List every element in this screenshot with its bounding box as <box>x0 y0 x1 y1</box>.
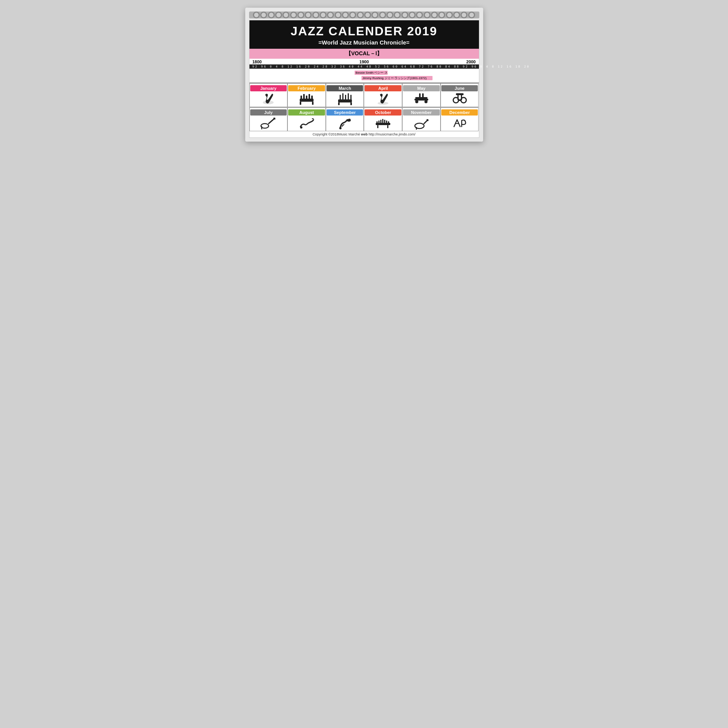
month-cell-october: October <box>364 107 402 131</box>
category-label: 【VOCAL－Ⅰ】 <box>249 49 479 59</box>
svg-rect-29 <box>456 93 464 95</box>
month-icon-october <box>365 116 401 130</box>
month-icon-july <box>250 116 287 130</box>
month-label-november: November <box>403 109 440 116</box>
header-section: JAZZ CALENDER 2019 =World Jazz Musician … <box>249 20 479 49</box>
month-cell-december: December <box>441 107 479 131</box>
spiral-ring <box>386 12 393 18</box>
svg-rect-3 <box>312 102 314 105</box>
svg-rect-26 <box>459 99 461 101</box>
spiral-ring <box>342 12 349 18</box>
month-label-may: May <box>403 85 440 91</box>
svg-point-23 <box>424 100 428 103</box>
footer: Copyright ©2018Music Marché web http://m… <box>249 131 479 137</box>
month-cell-august: August <box>287 107 326 131</box>
month-label-july: July <box>250 109 287 116</box>
month-cell-february: February <box>287 83 326 107</box>
month-icon-december <box>441 116 478 130</box>
calendar-title: JAZZ CALENDER 2019 <box>251 24 477 38</box>
spiral-ring <box>268 12 275 18</box>
musician-bar: Jimmy Rushing ジミー·ラッシング(1901-1972) <box>362 76 433 80</box>
svg-rect-11 <box>350 102 352 105</box>
footer-copyright: Copyright ©2018Music Marché <box>312 132 361 136</box>
svg-rect-7 <box>309 94 310 99</box>
spiral-ring <box>320 12 327 18</box>
month-icon-january <box>250 91 287 106</box>
month-cell-january: January <box>249 83 288 107</box>
svg-rect-42 <box>387 125 388 128</box>
year-labels-row: 1800 1900 2000 1800 <box>249 59 479 64</box>
svg-rect-14 <box>345 95 346 100</box>
month-icon-march <box>327 91 363 106</box>
svg-rect-40 <box>388 121 389 124</box>
month-icon-september <box>327 116 363 130</box>
svg-rect-15 <box>348 93 349 100</box>
musician-row: Jimmy Rushing ジミー·ラッシング(1901-1972) <box>249 76 479 81</box>
spiral-ring <box>371 12 378 18</box>
month-cell-november: November <box>402 107 441 131</box>
spiral-ring <box>297 12 304 18</box>
spiral-ring <box>312 12 319 18</box>
spiral-ring <box>453 12 460 18</box>
spiral-ring <box>364 12 371 18</box>
svg-rect-34 <box>376 121 378 124</box>
svg-point-31 <box>300 126 302 129</box>
spiral-ring <box>290 12 297 18</box>
spiral-ring <box>260 12 267 18</box>
spiral-ring <box>335 12 342 18</box>
month-label-october: October <box>365 109 401 116</box>
calendar-subtitle: =World Jazz Musician Chronicle= <box>251 39 477 46</box>
month-label-june: June <box>441 85 478 91</box>
spiral-ring <box>409 12 416 18</box>
svg-rect-4 <box>300 96 302 99</box>
footer-url: http://musicmarche.jimdo.com/ <box>369 132 416 136</box>
spiral-ring <box>349 12 356 18</box>
month-cell-september: September <box>326 107 364 131</box>
month-icon-february <box>288 91 325 106</box>
svg-rect-2 <box>300 102 301 105</box>
month-label-september: September <box>327 109 363 116</box>
spiral-ring <box>461 12 467 18</box>
svg-rect-36 <box>380 120 381 124</box>
spiral-ring <box>416 12 423 18</box>
svg-rect-18 <box>415 97 428 99</box>
calendar-page: JAZZ CALENDER 2019 =World Jazz Musician … <box>249 20 479 138</box>
musicians-list: Bessie Smith ベシー·スミス(1894-1927)Jimmy Rus… <box>249 70 479 81</box>
year-1800: 1800 <box>253 59 262 64</box>
svg-rect-38 <box>384 120 385 124</box>
month-cell-june: June <box>441 83 479 107</box>
calendar-wrapper: JAZZ CALENDER 2019 =World Jazz Musician … <box>245 8 483 142</box>
svg-rect-41 <box>377 125 378 128</box>
month-label-december: December <box>441 109 478 116</box>
year-1900: 1900 <box>360 59 369 64</box>
svg-rect-8 <box>311 96 313 99</box>
svg-rect-28 <box>461 95 462 100</box>
month-cell-march: March <box>326 83 364 107</box>
month-label-august: August <box>288 109 325 116</box>
spiral-ring <box>438 12 445 18</box>
month-label-april: April <box>365 85 401 91</box>
svg-rect-6 <box>306 96 307 99</box>
svg-rect-27 <box>457 95 459 100</box>
svg-rect-16 <box>350 95 352 100</box>
number-row: 92 96 0 4 8 12 16 20 24 28 32 36 40 44 4… <box>249 64 479 69</box>
svg-rect-12 <box>340 95 341 100</box>
spiral-binding <box>249 12 479 18</box>
month-icon-november <box>403 116 440 130</box>
month-cell-april: April <box>364 83 402 107</box>
footer-web-label: web <box>361 132 369 136</box>
month-icon-may <box>403 91 440 106</box>
spiral-ring <box>305 12 312 18</box>
spiral-ring <box>468 12 475 18</box>
month-icon-august <box>288 116 325 130</box>
months-row-2: July August September October <box>249 107 479 131</box>
musician-bar: Bessie Smith ベシー·スミス(1894-1927) <box>355 71 388 75</box>
svg-rect-13 <box>342 93 343 100</box>
months-row-1: January February March April <box>249 83 479 107</box>
svg-rect-37 <box>382 119 383 124</box>
spiral-ring <box>401 12 408 18</box>
spiral-ring <box>431 12 438 18</box>
month-icon-june <box>441 91 478 106</box>
month-icon-april <box>365 91 401 106</box>
month-cell-july: July <box>249 107 288 131</box>
